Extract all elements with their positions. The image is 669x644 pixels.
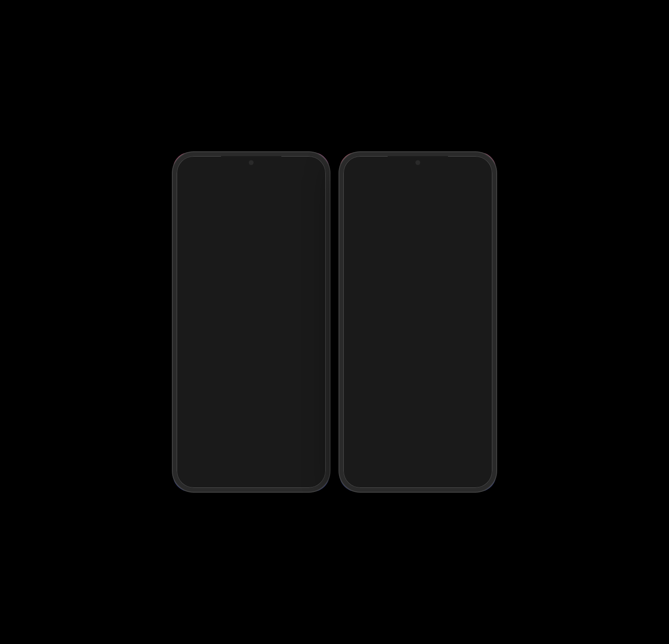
add-icon-right[interactable]: ＋ [468,174,475,184]
fav-garage-perch[interactable]: 🟦 Garage Perch West Closed [253,404,322,432]
location-icon-right: ▶ [455,162,459,168]
scenes-header[interactable]: Scenes › [181,348,322,357]
scenes-row: 🌙 Good Night 🏠 Cocoa Beach [181,361,322,383]
foyer-front-door-name: Front Door [354,405,409,412]
scene-cocoa-beach[interactable]: 🏠 Cocoa Beach [253,361,322,383]
nav-automation-left[interactable]: 🕐 Automation [239,467,263,484]
fridge-light-icon: 🟡 [428,312,439,322]
foyer-chevron: › [371,368,373,376]
chip-security[interactable]: 🔒 Security Disarmed [267,213,309,231]
homepod-icon: ⚪ [428,342,439,353]
more-icon-left[interactable]: ⋯ [314,175,322,185]
thermo-mode: Cool to 80° [355,240,480,246]
device-cans[interactable]: 🔵 Cans Off [347,273,416,299]
homepod-icon-wrap: ⚪ [425,340,441,355]
automation-nav-label-left: Automation [240,479,262,484]
device-homepod[interactable]: ⚪ HomePod Paused [420,334,488,361]
nanoleaf-icon: 💡 [425,386,436,396]
cocoa-beach-label: Cocoa Beach [271,369,309,376]
status-icons-left: 📶 🔋 [295,162,318,168]
wifi-icon-right: 📶 [470,162,476,168]
screen-content-left: 〰️ ＋ ⋯ Perch ❄️ Climate 76° 💡 L [173,172,330,492]
thermo-temp: 76° [355,208,480,229]
fridge-light-status: Off [445,317,477,323]
nav-home-left[interactable]: ⌂ Home [192,467,216,484]
cam4-timestamp: 5 [255,331,262,339]
discover-nav-icon-left: ★ [294,467,302,478]
good-night-label: Good Night [198,369,231,376]
discover-nav-label-right: Discover [456,479,473,484]
foyer-grid: 🔒 Front Door Locked 💡 Nanoleaf Es... Off… [347,380,488,425]
cam2-timestamp: 8s [255,286,264,293]
range-light-icon: 🟡 [355,312,366,322]
cans-name: Cans [372,280,386,287]
camera-cell-4[interactable]: 5 [252,297,322,341]
cans-icon-wrap: 🔵 [353,279,368,294]
phone-screen-left: 2:28 📶 🔋 〰️ ＋ ⋯ Perch [173,152,330,492]
waveform-icon-right[interactable]: 〰️ [454,175,462,183]
automation-nav-icon-right: 🕐 [412,467,423,478]
kitchen-partial[interactable]: Kitchen [253,436,322,454]
garage-name: Perch West [274,414,304,421]
cans-status: Off [372,287,386,292]
fridge-light-icon-wrap: 🟡 [425,309,441,324]
cans-icon: 🔵 [355,281,366,291]
hallway-chevron: › [379,189,381,196]
cameras-grid: 21s 8s 6s 5 [181,251,322,341]
range-light-info: Range Light Off [372,311,405,323]
phone-left: 2:28 📶 🔋 〰️ ＋ ⋯ Perch [173,152,330,492]
home-title-left: Perch [181,192,322,208]
cameras-label: Cameras [181,238,215,247]
scene-good-night[interactable]: 🌙 Good Night [181,361,249,383]
p2-header: Perch 〰️ ＋ ⋯ [347,172,488,188]
waveform-icon-left[interactable]: 〰️ [281,175,291,185]
kitchen-devices: 🔵 Cans Off 🔦 Coffee and... Off [347,273,488,361]
nav-home-right[interactable]: ⌂ Home [359,467,383,484]
battery-icon-right: 🔋 [479,162,485,168]
nav-discover-left[interactable]: ★ Discover [286,467,310,484]
bottom-nav-right: ⌂ Home 🕐 Automation ★ Discover [347,463,488,492]
security-label: Security [283,217,304,223]
home-nav-icon-left: ⌂ [202,467,207,478]
camera-cell-2[interactable]: 8s [252,251,322,295]
time-right: 2:28 [351,161,363,169]
device-coffee[interactable]: 🔦 Coffee and... Off [420,273,488,299]
front-door-lock-icon: 🔒 [354,387,409,402]
foyer-front-door[interactable]: 🔒 Front Door Locked [347,380,416,425]
more-icon-right[interactable]: ⋯ [482,175,488,183]
foyer-header[interactable]: Foyer › [347,367,488,376]
camera-cell-3[interactable]: 6s [181,297,251,341]
phone-screen-right: 2:28 ▶ 📶 🔋 Perch 〰️ [339,152,496,492]
device-range-light[interactable]: 🟡 Range Light Off [347,303,416,330]
device-island[interactable]: 🟡 Island Off [347,334,416,361]
kitchen-header[interactable]: Kitchen › [347,260,488,269]
island-name: Island [372,341,388,348]
wifi-icon-left: 📶 [303,162,310,168]
status-icons-right: ▶ 📶 🔋 [455,162,485,168]
hallway-partial[interactable]: Hallway [181,436,249,454]
coffee-info: Coffee and... Off [445,280,479,292]
nav-automation-right[interactable]: 🕐 Automation [406,467,430,484]
device-fridge-light[interactable]: 🟡 Fridge Light Off [420,303,488,330]
hallway-label: Hallway [347,188,377,197]
island-info: Island Off [372,341,388,353]
thermostat-card[interactable]: 76° ecobee Cool to 80° [347,201,488,253]
add-icon-left[interactable]: ＋ [298,175,306,186]
hallway-partial-label: Hallway [204,442,225,448]
foyer-nanoleaf[interactable]: 💡 Nanoleaf Es... Off · ↑ [420,380,488,425]
p2-header-icons: 〰️ ＋ ⋯ [454,174,488,184]
status-bar-right: 2:28 ▶ 📶 🔋 [339,152,496,172]
camera-cell-1[interactable]: 21s [181,251,251,295]
hallway-header[interactable]: Hallway › [347,188,488,197]
cameras-header[interactable]: Cameras › [181,238,322,247]
chip-lights[interactable]: 💡 Lights All Off [225,213,263,231]
p2-title: Perch [380,175,454,183]
automation-nav-icon-left: 🕐 [246,467,256,478]
nav-discover-right[interactable]: ★ Discover [453,467,477,484]
garage-icon: 🟦 [259,410,270,421]
signal-icon-right [461,163,467,167]
chip-climate[interactable]: ❄️ Climate 76° [181,213,221,231]
fav-front-door[interactable]: 🔒 Foyer Front Door Locked [181,404,249,432]
foyer-front-door-status: Locked [354,412,409,418]
security-value: Disarmed [283,223,304,227]
